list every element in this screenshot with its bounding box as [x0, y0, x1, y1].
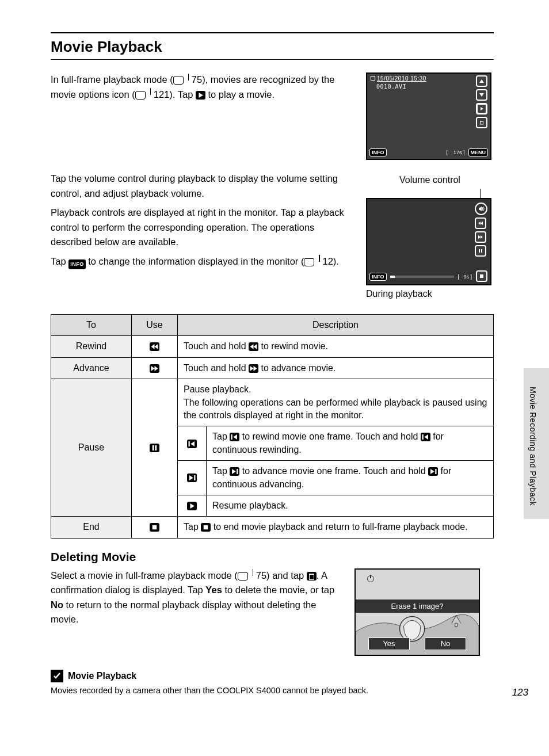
note-block: Movie Playback Movies recorded by a came…	[51, 670, 494, 697]
pause-button[interactable]	[475, 245, 486, 257]
text: to change the information displayed in t…	[86, 256, 304, 266]
up-button[interactable]	[476, 75, 487, 87]
yes-button[interactable]: Yes	[368, 637, 410, 650]
lcd-bottom-bar: INFO [ 17s ] MENU	[369, 148, 488, 156]
down-button[interactable]	[476, 89, 487, 101]
advance-icon	[249, 364, 258, 373]
info-badge[interactable]: INFO	[369, 148, 387, 156]
rewind-icon	[150, 342, 159, 351]
figure-1: 15/05/2010 15:30 0010.AVI INFO [ 17s ] M…	[366, 72, 494, 160]
menu-badge[interactable]: MENU	[468, 148, 489, 156]
svg-rect-8	[231, 434, 232, 440]
table-row: Pause Pause playback. The following oper…	[51, 379, 494, 426]
page-content: Movie Playback In full-frame playback mo…	[51, 32, 494, 697]
sub-use	[178, 495, 207, 516]
during-playback-label: During playback	[366, 289, 494, 299]
resume-icon	[187, 502, 197, 510]
deleting-heading: Deleting Movie	[51, 550, 494, 564]
row-label: End	[51, 517, 132, 538]
text: to play a movie.	[205, 89, 274, 100]
lcd-date: 15/05/2010 15:30	[371, 75, 426, 82]
manual-page: Movie Recording and Playback Movie Playb…	[0, 0, 549, 756]
rewind-icon	[249, 342, 258, 351]
lcd-filename: 0010.AVI	[376, 83, 406, 90]
text: Tap the volume control during playback t…	[51, 171, 356, 201]
play-button[interactable]	[476, 103, 487, 114]
intro-text: In full-frame playback mode ( 75), movie…	[51, 72, 356, 160]
row-desc: Touch and hold to rewind movie.	[178, 336, 494, 357]
lcd-preview: 15/05/2010 15:30 0010.AVI INFO [ 17s ] M…	[366, 72, 491, 160]
lcd-right-controls	[476, 75, 487, 128]
svg-rect-0	[481, 121, 483, 124]
row-label: Pause	[51, 379, 132, 517]
stop-button[interactable]	[476, 270, 487, 282]
no-button[interactable]: No	[425, 637, 466, 650]
trash-icon	[307, 572, 317, 581]
page-number: 123	[512, 687, 528, 698]
table-row: Rewind Touch and hold to rewind movie.	[51, 336, 494, 357]
svg-rect-1	[480, 121, 483, 121]
book-icon	[173, 77, 189, 85]
svg-rect-4	[480, 274, 483, 278]
power-icon	[367, 575, 374, 582]
dialog-text: Erase 1 image?	[356, 600, 479, 613]
lcd-time: [ 9s ]	[458, 274, 472, 280]
trash-button[interactable]	[476, 117, 487, 128]
svg-rect-2	[479, 249, 480, 253]
frame-advance-icon	[187, 474, 197, 482]
row-use	[132, 357, 178, 379]
stop-icon	[150, 523, 159, 532]
table-row: Advance Touch and hold to advance movie.	[51, 357, 494, 379]
mid-text: Tap the volume control during playback t…	[51, 171, 356, 303]
frame-rewind-icon	[230, 433, 239, 441]
pointer-line	[480, 189, 481, 198]
deleting-text: Select a movie in full-frame playback mo…	[51, 568, 344, 627]
lcd-right-controls	[475, 203, 487, 257]
frame-advance-icon	[428, 467, 438, 476]
figure-3: Erase 1 image? Yes No	[354, 568, 480, 656]
rewind-button[interactable]	[475, 217, 486, 229]
info-icon: INFO	[68, 259, 86, 269]
pause-icon	[150, 444, 159, 452]
svg-rect-9	[422, 434, 423, 440]
advance-icon	[150, 364, 159, 373]
row-desc: Resume playback.	[207, 495, 494, 516]
col-to: To	[51, 315, 132, 336]
sub-use	[178, 461, 207, 495]
table-row: End Tap to end movie playback and return…	[51, 517, 494, 538]
advance-button[interactable]	[475, 231, 486, 243]
progress-bar[interactable]	[390, 276, 455, 278]
text: 12).	[320, 256, 339, 266]
row-use	[132, 517, 178, 538]
note-text: Movies recorded by a camera other than t…	[51, 685, 494, 697]
row-desc: Tap to end movie playback and return to …	[178, 517, 494, 538]
row-desc: Tap to advance movie one frame. Touch an…	[207, 461, 494, 495]
lcd-bottom: INFO [ 9s ]	[369, 273, 472, 281]
deleting-row: Select a movie in full-frame playback mo…	[51, 568, 494, 656]
info-badge[interactable]: INFO	[369, 273, 387, 281]
lcd-time: [ 17s ]	[446, 150, 464, 155]
lcd-delete-dialog: Erase 1 image? Yes No	[354, 568, 480, 656]
section-label: Movie Recording and Playback	[528, 387, 537, 506]
book-icon	[135, 91, 151, 100]
text: Playback controls are displayed at right…	[51, 205, 356, 250]
row-label: Advance	[51, 357, 132, 379]
row-desc: Pause playback. The following operations…	[178, 379, 494, 426]
row-use	[132, 336, 178, 357]
col-desc: Description	[178, 315, 494, 336]
intro-row: In full-frame playback mode ( 75), movie…	[51, 72, 494, 160]
no-text: No	[51, 600, 63, 610]
row-use	[132, 379, 178, 517]
volume-control-label: Volume control	[366, 175, 494, 185]
svg-rect-3	[481, 249, 482, 253]
sub-use	[178, 426, 207, 461]
volume-button[interactable]	[475, 203, 487, 215]
svg-rect-11	[237, 469, 238, 474]
book-icon	[238, 572, 254, 581]
row-label: Rewind	[51, 336, 132, 357]
text: 121). Tap	[151, 89, 196, 100]
play-icon	[196, 91, 205, 100]
note-heading: Movie Playback	[51, 670, 494, 682]
mid-row: Tap the volume control during playback t…	[51, 171, 494, 303]
lcd-playback: INFO [ 9s ]	[366, 198, 491, 285]
